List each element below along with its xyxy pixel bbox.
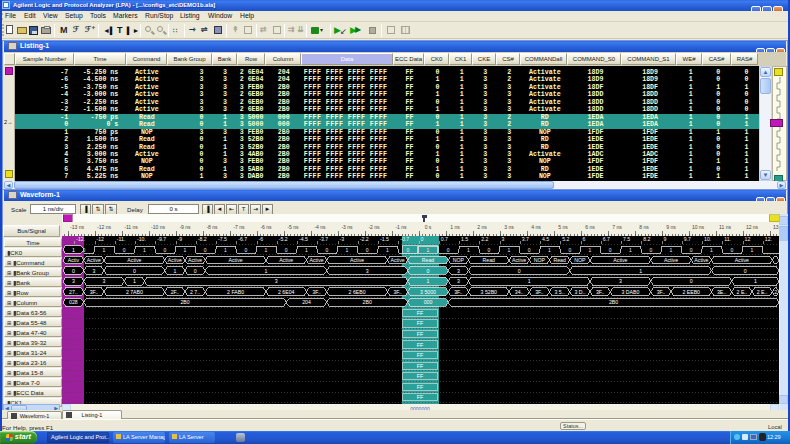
svg-text:2 6EB0: 2 6EB0 xyxy=(349,289,366,295)
svg-text:3 ns: 3 ns xyxy=(504,224,514,230)
svg-text:2 E..: 2 E.. xyxy=(757,289,768,295)
svg-text:-8 ns: -8 ns xyxy=(206,224,218,230)
svg-text:1: 1 xyxy=(427,247,430,253)
svg-text:NOP: NOP xyxy=(574,257,586,263)
svg-text:-13 ns: -13 ns xyxy=(70,224,84,230)
svg-text:Active: Active xyxy=(735,257,749,263)
svg-text:1: 1 xyxy=(305,247,308,253)
svg-text:0: 0 xyxy=(244,247,247,253)
svg-text:2: 2 xyxy=(774,289,777,295)
svg-text:0: 0 xyxy=(609,247,612,253)
svg-text:-1.5: -1.5 xyxy=(380,236,389,242)
svg-text:-7 ns: -7 ns xyxy=(233,224,245,230)
svg-text:-0.7: -0.7 xyxy=(400,236,409,242)
svg-text:-9.7: -9.7 xyxy=(157,236,166,242)
svg-text:2 7..: 2 7.. xyxy=(190,289,200,295)
svg-text:6 ns: 6 ns xyxy=(585,224,595,230)
svg-text:3 52B0: 3 52B0 xyxy=(481,289,498,295)
svg-text:9 ns: 9 ns xyxy=(666,224,676,230)
svg-text:0: 0 xyxy=(487,247,490,253)
svg-text:1: 1 xyxy=(184,247,187,253)
svg-text:5 ns: 5 ns xyxy=(558,224,568,230)
svg-text:1: 1 xyxy=(467,247,470,253)
svg-text:-2 ns: -2 ns xyxy=(368,224,380,230)
svg-text:27..: 27.. xyxy=(69,289,78,295)
svg-text:-11 ns: -11 ns xyxy=(124,224,138,230)
svg-text:12.: 12. xyxy=(765,236,772,242)
svg-text:FF: FF xyxy=(417,363,424,369)
svg-text:3 DAB0: 3 DAB0 xyxy=(622,289,640,295)
svg-text:0: 0 xyxy=(568,247,571,253)
svg-text:1: 1 xyxy=(629,247,632,253)
svg-text:-7.5: -7.5 xyxy=(218,236,227,242)
svg-text:204: 204 xyxy=(302,299,311,305)
svg-text:-3: -3 xyxy=(340,236,345,242)
svg-text:-2.2: -2.2 xyxy=(360,236,369,242)
svg-text:0: 0 xyxy=(406,247,409,253)
svg-text:-3.7: -3.7 xyxy=(319,236,328,242)
svg-text:028: 028 xyxy=(69,299,78,305)
svg-text:Read: Read xyxy=(553,257,566,263)
svg-text:1: 1 xyxy=(133,278,136,284)
svg-text:2 ns: 2 ns xyxy=(477,224,487,230)
svg-text:-8.2: -8.2 xyxy=(198,236,207,242)
svg-text:9: 9 xyxy=(664,236,667,242)
svg-text:FF: FF xyxy=(417,352,424,358)
svg-text:Active: Active xyxy=(127,257,141,263)
svg-text:1: 1 xyxy=(386,247,389,253)
svg-text:-10.: -10. xyxy=(137,236,146,242)
svg-text:3F..: 3F.. xyxy=(596,289,604,295)
svg-text:11.: 11. xyxy=(724,236,731,242)
svg-text:3 D..: 3 D.. xyxy=(574,289,585,295)
svg-text:4.5: 4.5 xyxy=(542,236,549,242)
svg-text:1.5: 1.5 xyxy=(461,236,468,242)
svg-text:Active: Active xyxy=(279,257,293,263)
svg-text:3 5..: 3 5.. xyxy=(555,289,565,295)
svg-text:2 EEB0: 2 EEB0 xyxy=(682,289,700,295)
svg-text:1: 1 xyxy=(143,247,146,253)
svg-text:Read: Read xyxy=(422,257,435,263)
svg-text:-12: -12 xyxy=(97,236,105,242)
svg-text:3: 3 xyxy=(457,278,460,284)
svg-text:FF: FF xyxy=(417,310,424,316)
svg-text:2B0: 2B0 xyxy=(180,299,189,305)
svg-text:0: 0 xyxy=(690,278,693,284)
svg-text:1: 1 xyxy=(548,247,551,253)
svg-text:Active: Active xyxy=(350,257,364,263)
svg-text:11 ns: 11 ns xyxy=(719,224,731,230)
svg-text:-12 ns: -12 ns xyxy=(97,224,111,230)
svg-text:0: 0 xyxy=(528,247,531,253)
svg-text:34..: 34.. xyxy=(515,289,524,295)
svg-text:9.7: 9.7 xyxy=(684,236,691,242)
svg-text:FF: FF xyxy=(417,320,424,326)
svg-text:0: 0 xyxy=(325,247,328,253)
svg-text:6: 6 xyxy=(583,236,586,242)
svg-text:0: 0 xyxy=(194,268,197,274)
svg-text:-6: -6 xyxy=(259,236,264,242)
svg-text:3.7: 3.7 xyxy=(522,236,529,242)
svg-text:0: 0 xyxy=(421,236,424,242)
svg-text:0: 0 xyxy=(447,247,450,253)
svg-text:6.7: 6.7 xyxy=(603,236,610,242)
svg-text:Active: Active xyxy=(310,257,324,263)
svg-text:3 5000: 3 5000 xyxy=(420,289,436,295)
svg-text:3F..: 3F.. xyxy=(454,289,462,295)
svg-text:0.7: 0.7 xyxy=(441,236,448,242)
svg-text:Read: Read xyxy=(483,257,496,263)
svg-text:FF: FF xyxy=(417,394,424,400)
svg-text:-3 ns: -3 ns xyxy=(341,224,353,230)
svg-text:1: 1 xyxy=(589,247,592,253)
svg-text:0: 0 xyxy=(366,247,369,253)
svg-text:0: 0 xyxy=(204,247,207,253)
svg-text:3F..: 3F.. xyxy=(535,289,543,295)
svg-text:-4.5: -4.5 xyxy=(299,236,308,242)
svg-text:0: 0 xyxy=(518,268,521,274)
svg-text:Active: Active xyxy=(391,257,405,263)
svg-text:10 ns: 10 ns xyxy=(692,224,705,230)
svg-text:-9: -9 xyxy=(178,236,183,242)
svg-text:1: 1 xyxy=(224,247,227,253)
svg-text:3: 3 xyxy=(502,236,505,242)
svg-text:000: 000 xyxy=(424,299,433,305)
svg-text:-5 ns: -5 ns xyxy=(287,224,299,230)
svg-text:2F..: 2F.. xyxy=(171,289,179,295)
